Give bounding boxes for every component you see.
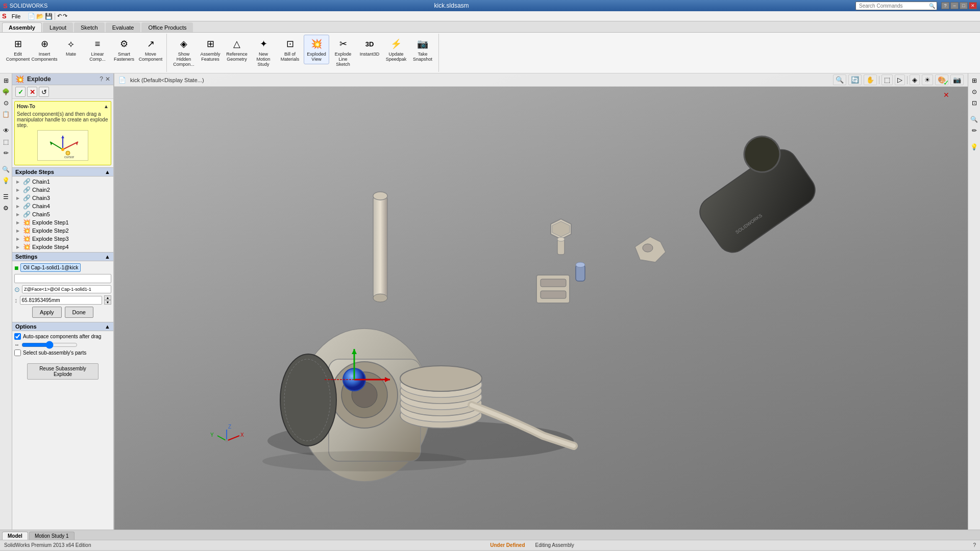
settings-collapse: ▲ xyxy=(105,254,110,260)
apply-button[interactable]: Apply xyxy=(32,307,62,318)
update-speedpak-button[interactable]: ⚡ UpdateSpeedpak xyxy=(383,35,409,64)
tab-motion-study[interactable]: Motion Study 1 xyxy=(29,532,75,540)
tab-evaluate[interactable]: Evaluate xyxy=(106,22,141,32)
cancel-button[interactable]: ✕ xyxy=(27,87,37,97)
auto-space-row: Auto-space components after drag xyxy=(14,333,111,340)
sidebar-icon-6[interactable]: ⬚ xyxy=(1,137,11,147)
edit-component-button[interactable]: ⊞ Edit Component xyxy=(5,35,31,64)
mount-slot-1 xyxy=(541,279,566,287)
bill-of-materials-button[interactable]: ⊡ Bill ofMaterials xyxy=(277,35,303,64)
exploded-view-button[interactable]: 💥 ExplodedView xyxy=(304,35,329,64)
redo-icon[interactable]: ↷ xyxy=(63,13,67,19)
distance-input[interactable] xyxy=(20,296,103,305)
explode-steps-header[interactable]: Explode Steps ▲ xyxy=(12,167,113,177)
expand-icon: ▶ xyxy=(16,196,21,201)
right-icon-5[interactable]: ✏ xyxy=(969,126,979,136)
how-to-title: How-To xyxy=(17,104,35,109)
component-field[interactable]: Oil Cap-1-solid1-1@kick xyxy=(20,263,81,272)
select-sub-checkbox[interactable] xyxy=(14,349,21,356)
take-snapshot-label: TakeSnapshot xyxy=(413,52,432,62)
chain-icon: 🔗 xyxy=(23,186,31,193)
axis-diagram: cursor xyxy=(40,132,86,160)
spin-up[interactable]: ▲ xyxy=(104,295,111,300)
spin-down[interactable]: ▼ xyxy=(104,300,111,305)
chain-icon: 🔗 xyxy=(23,211,31,218)
help-icon[interactable]: ? xyxy=(973,542,976,548)
confirm-button[interactable]: ✓ xyxy=(15,87,26,97)
smart-fasteners-button[interactable]: ⚙ Smart Fasteners xyxy=(111,35,137,64)
take-snapshot-button[interactable]: 📷 TakeSnapshot xyxy=(410,35,435,64)
tab-model[interactable]: Model xyxy=(2,532,28,540)
panel-help-icon[interactable]: ? xyxy=(100,76,103,83)
status-badge: Under Defined xyxy=(490,542,525,548)
reset-button[interactable]: ↺ xyxy=(39,87,49,97)
right-icon-1[interactable]: ⊞ xyxy=(969,76,979,86)
right-icon-4[interactable]: 🔍 xyxy=(969,114,979,124)
instant3d-button[interactable]: 3D Instant3D xyxy=(357,35,382,59)
sidebar-icon-7[interactable]: ✏ xyxy=(1,148,11,158)
reuse-subassembly-button[interactable]: Reuse Subassembly Explode xyxy=(27,363,99,380)
tab-assembly[interactable]: Assembly xyxy=(2,22,42,32)
mate-button[interactable]: ⟡ Mate xyxy=(58,35,84,59)
assembly-features-button[interactable]: ⊞ AssemblyFeatures xyxy=(198,35,223,64)
tree-item-explode2[interactable]: ▶ 💥 Explode Step2 xyxy=(14,227,111,235)
right-icon-3[interactable]: ⊡ xyxy=(969,98,979,108)
tree-item-explode3[interactable]: ▶ 💥 Explode Step3 xyxy=(14,235,111,243)
options-header[interactable]: Options ▲ xyxy=(12,322,113,331)
explode-line-sketch-button[interactable]: ✂ ExplodeLine Sketch xyxy=(330,35,356,69)
tree-item-chain1[interactable]: ▶ 🔗 Chain1 xyxy=(14,178,111,186)
sidebar-icon-9[interactable]: 💡 xyxy=(1,176,11,186)
tab-sketch[interactable]: Sketch xyxy=(74,22,105,32)
undo-icon[interactable]: ↶ xyxy=(57,13,62,19)
face-ref-input[interactable] xyxy=(22,285,111,293)
bill-of-materials-icon: ⊡ xyxy=(283,37,297,51)
sidebar-icon-4[interactable]: 📋 xyxy=(1,109,11,119)
edit-component-icon: ⊞ xyxy=(11,37,25,51)
minimize-button[interactable]: – xyxy=(950,2,959,9)
sidebar-icon-2[interactable]: 🌳 xyxy=(1,87,11,97)
open-icon[interactable]: 📂 xyxy=(36,13,44,20)
main-shadow xyxy=(262,451,467,471)
linear-comp-button[interactable]: ≡ Linear Comp... xyxy=(85,35,110,64)
sidebar-icon-11[interactable]: ⚙ xyxy=(1,203,11,213)
file-menu[interactable]: File xyxy=(8,12,25,20)
settings-label: Settings xyxy=(15,254,37,260)
move-component-button[interactable]: ↗ Move Component xyxy=(138,35,163,64)
settings-header[interactable]: Settings ▲ xyxy=(12,252,113,261)
done-button[interactable]: Done xyxy=(65,307,93,318)
tree-item-chain5[interactable]: ▶ 🔗 Chain5 xyxy=(14,210,111,218)
toolbar-sep xyxy=(55,13,55,20)
close-button[interactable]: ✕ xyxy=(969,2,977,9)
tree-item-chain4[interactable]: ▶ 🔗 Chain4 xyxy=(14,202,111,210)
tree-item-explode1[interactable]: ▶ 💥 Explode Step1 xyxy=(14,218,111,227)
help-button[interactable]: ? xyxy=(941,2,949,9)
space-slider[interactable] xyxy=(21,343,78,347)
reference-geometry-icon: △ xyxy=(230,37,244,51)
tree-item-chain3[interactable]: ▶ 🔗 Chain3 xyxy=(14,194,111,202)
viewport[interactable]: 📄 kick (Default<Display State...) 🔍 🔄 ✋ … xyxy=(114,73,968,530)
sidebar-icon-8[interactable]: 🔍 xyxy=(1,164,11,174)
sidebar-icon-5[interactable]: 👁 xyxy=(1,126,11,136)
search-input[interactable] xyxy=(855,2,937,10)
sidebar-icon-3[interactable]: ⊙ xyxy=(1,98,11,108)
tab-layout[interactable]: Layout xyxy=(43,22,73,32)
tab-office-products[interactable]: Office Products xyxy=(141,22,193,32)
small-bracket xyxy=(635,237,666,262)
how-to-collapse[interactable]: ▲ xyxy=(104,104,109,109)
tree-item-chain2[interactable]: ▶ 🔗 Chain2 xyxy=(14,186,111,194)
show-hidden-button[interactable]: ◈ ShowHiddenCompon... xyxy=(171,35,197,69)
new-motion-study-button[interactable]: ✦ New MotionStudy xyxy=(251,35,276,69)
maximize-button[interactable]: □ xyxy=(960,2,968,9)
right-icon-6[interactable]: 💡 xyxy=(969,142,979,152)
tree-item-explode4[interactable]: ▶ 💥 Explode Step4 xyxy=(14,243,111,251)
panel-collapse-icon[interactable]: ✕ xyxy=(105,76,110,83)
reference-geometry-button[interactable]: △ ReferenceGeometry xyxy=(224,35,250,64)
save-icon[interactable]: 💾 xyxy=(45,13,53,20)
insert-components-button[interactable]: ⊕ Insert Components xyxy=(32,35,57,64)
auto-space-checkbox[interactable] xyxy=(14,333,21,340)
sidebar-icon-1[interactable]: ⊞ xyxy=(1,76,11,86)
sidebar-icon-10[interactable]: ☰ xyxy=(1,192,11,202)
face-ref-icon: ⊙ xyxy=(14,286,20,293)
new-icon[interactable]: 📄 xyxy=(28,13,35,20)
right-icon-2[interactable]: ⊙ xyxy=(969,87,979,97)
